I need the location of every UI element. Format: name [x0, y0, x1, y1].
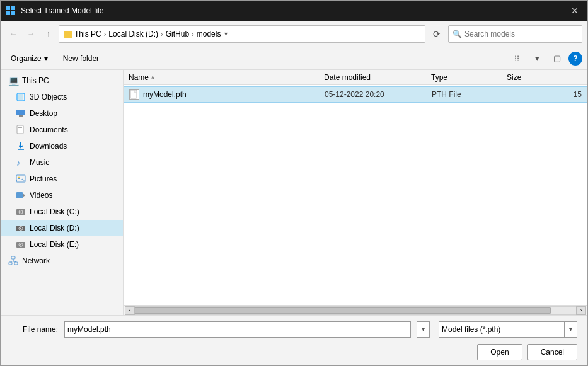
view-grid-icon: ⁝⁝ [514, 54, 519, 63]
col-header-type[interactable]: Type [431, 73, 507, 82]
file-type: PTH File [432, 90, 461, 99]
sidebar-item-this-pc[interactable]: 💻 This PC [1, 72, 123, 89]
breadcrumb-local-disk[interactable]: Local Disk (D:) [108, 30, 158, 38]
view-grid-button[interactable]: ⁝⁝ [508, 50, 526, 67]
file-size: 15 [574, 90, 582, 99]
folder-icon [63, 29, 73, 39]
svg-marker-22 [23, 193, 25, 197]
help-button[interactable]: ? [568, 52, 582, 66]
breadcrumb-dropdown-button[interactable]: ▾ [224, 30, 228, 37]
sidebar: 💻 This PC 3D Objects Desktop Documents [1, 70, 124, 315]
horizontal-scrollbar[interactable]: ‹ › [124, 305, 587, 315]
col-name-label: Name [129, 73, 149, 82]
up-button[interactable]: ↑ [41, 26, 56, 42]
svg-rect-13 [18, 129, 22, 129]
sidebar-item-downloads[interactable]: Downloads [1, 138, 123, 154]
new-folder-button[interactable]: New folder [58, 52, 104, 65]
close-button[interactable]: ✕ [567, 3, 582, 18]
svg-rect-1 [11, 6, 15, 10]
breadcrumb-this-pc[interactable]: This PC [74, 30, 101, 38]
breadcrumb-models[interactable]: models [197, 30, 221, 38]
sidebar-item-videos[interactable]: Videos [1, 187, 123, 203]
view-dropdown-button[interactable]: ▾ [528, 50, 546, 67]
forward-button[interactable]: → [23, 26, 38, 42]
svg-rect-19 [16, 175, 25, 182]
scroll-left-button[interactable]: ‹ [125, 306, 135, 315]
main-content: 💻 This PC 3D Objects Desktop Documents [1, 70, 587, 315]
svg-rect-9 [19, 115, 23, 117]
sidebar-label-videos: Videos [30, 191, 52, 200]
scroll-right-button[interactable]: › [576, 306, 586, 315]
file-type-cell: PTH File [432, 90, 507, 99]
filetype-label: Model files (*.pth) [442, 325, 500, 334]
title-bar: Select Trained Model file ✕ [1, 1, 587, 21]
address-bar: ← → ↑ This PC › Local Disk (D:) › GitHub [1, 21, 587, 47]
sidebar-item-local-e[interactable]: Local Disk (E:) [1, 236, 123, 253]
svg-rect-11 [17, 125, 23, 134]
new-folder-label: New folder [63, 54, 99, 63]
svg-rect-2 [6, 11, 10, 15]
sidebar-item-pictures[interactable]: Pictures [1, 171, 123, 187]
sidebar-label-3d: 3D Objects [30, 93, 67, 101]
svg-rect-5 [64, 31, 67, 33]
scroll-thumb[interactable] [135, 307, 551, 314]
file-dialog: Select Trained Model file ✕ ← → ↑ This P… [0, 0, 588, 366]
search-input[interactable] [464, 30, 578, 38]
file-list: myModel.pth 05-12-2022 20:20 PTH File 15 [124, 85, 587, 305]
videos-icon [16, 190, 26, 200]
svg-point-28 [20, 228, 21, 229]
table-row[interactable]: myModel.pth 05-12-2022 20:20 PTH File 15 [124, 86, 587, 103]
breadcrumb[interactable]: This PC › Local Disk (D:) › GitHub › mod… [59, 25, 425, 43]
file-date-cell: 05-12-2022 20:20 [325, 90, 432, 99]
sidebar-item-3d-objects[interactable]: 3D Objects [1, 89, 123, 105]
svg-rect-32 [11, 256, 15, 259]
organize-dropdown-icon: ▾ [44, 54, 48, 63]
view-pane-button[interactable]: ▢ [548, 50, 566, 67]
filename-row: File name: ▾ Model files (*.pth) ▾ [11, 321, 577, 338]
filetype-dropdown-button[interactable]: ▾ [565, 321, 577, 338]
sidebar-item-network[interactable]: Network [1, 253, 123, 269]
open-button[interactable]: Open [477, 344, 522, 360]
disk-c-icon [16, 207, 26, 217]
search-bar: 🔍 [448, 25, 582, 43]
svg-rect-14 [18, 130, 21, 130]
breadcrumb-github[interactable]: GitHub [166, 30, 189, 38]
sidebar-label-desktop: Desktop [30, 109, 57, 118]
organize-button[interactable]: Organize ▾ [6, 52, 53, 65]
col-header-date[interactable]: Date modified [324, 73, 431, 82]
disk-d-icon [16, 223, 26, 233]
sidebar-item-desktop[interactable]: Desktop [1, 105, 123, 122]
col-header-name[interactable]: Name ∧ [129, 73, 324, 82]
sidebar-label-documents: Documents [30, 125, 68, 134]
sidebar-label-this-pc: This PC [22, 76, 49, 85]
scroll-track[interactable] [135, 306, 576, 315]
filetype-select[interactable]: Model files (*.pth) [439, 321, 565, 338]
toolbar-right: ⁝⁝ ▾ ▢ ? [508, 50, 582, 67]
svg-rect-0 [6, 6, 10, 10]
back-icon: ← [9, 29, 18, 38]
sidebar-item-music[interactable]: ♪ Music [1, 154, 123, 171]
svg-point-31 [20, 244, 21, 246]
cancel-button[interactable]: Cancel [527, 344, 577, 360]
file-date: 05-12-2022 20:20 [325, 90, 384, 99]
svg-rect-12 [18, 127, 22, 128]
network-icon [8, 256, 18, 266]
refresh-button[interactable]: ⟳ [428, 25, 446, 43]
desktop-icon [16, 108, 26, 118]
sidebar-item-local-c[interactable]: Local Disk (C:) [1, 203, 123, 220]
col-header-size[interactable]: Size [507, 73, 582, 82]
svg-rect-8 [16, 110, 25, 115]
pictures-icon [16, 174, 26, 184]
sidebar-label-downloads: Downloads [30, 142, 67, 151]
sidebar-item-local-d[interactable]: Local Disk (D:) [1, 220, 123, 236]
svg-point-25 [20, 212, 21, 213]
filename-dropdown-button[interactable]: ▾ [417, 321, 430, 338]
filename-label: File name: [11, 325, 58, 334]
col-date-label: Date modified [324, 73, 371, 82]
file-icon [129, 89, 139, 100]
sidebar-item-documents[interactable]: Documents [1, 122, 123, 138]
back-button[interactable]: ← [6, 26, 21, 42]
app-icon [6, 6, 16, 16]
filename-input[interactable] [64, 321, 411, 338]
sidebar-label-network: Network [22, 256, 50, 265]
